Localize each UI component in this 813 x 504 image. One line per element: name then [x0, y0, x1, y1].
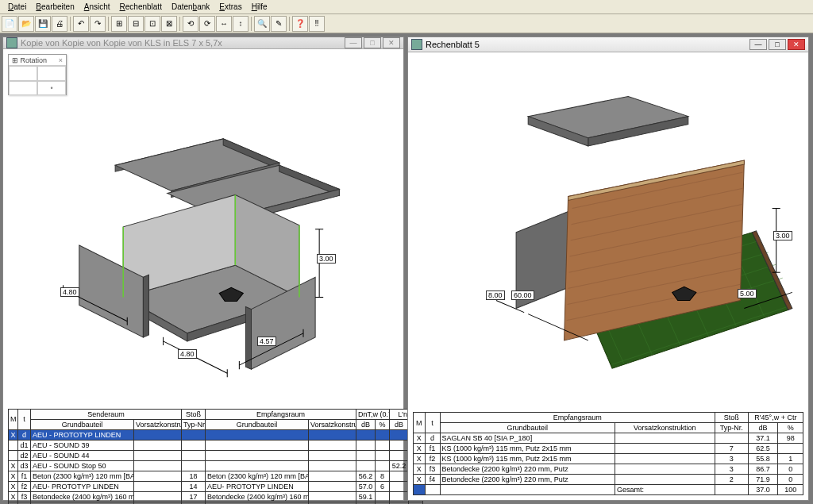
rotator-widget[interactable]: ⊞ Rotation× • [8, 54, 67, 95]
window-right[interactable]: Rechenblatt 5 — □ ✕ [407, 37, 809, 501]
table-row[interactable]: Xf1Beton (2300 kg/m³) 120 mm [BAST]18Bet… [9, 471, 423, 481]
table-row[interactable]: d2AEU - SOUND 44 [9, 450, 423, 460]
menu-datei[interactable]: Datei [3, 1, 31, 13]
redo-icon[interactable]: ↷ [90, 16, 106, 32]
close-button[interactable]: ✕ [383, 37, 400, 48]
table-row[interactable]: Xf1KS (1000 kg/m³) 115 mm, Putz 2x15 mm7… [414, 444, 803, 454]
table-row[interactable]: XdAEU - PROTOTYP LINDEN [9, 429, 423, 440]
window-left[interactable]: Kopie von Kopie von Kopie von KLS in ELS… [2, 37, 404, 501]
print-icon[interactable]: 🖨 [52, 16, 67, 32]
open-icon[interactable]: 📂 [18, 16, 34, 32]
dim-b: 4.80 [178, 349, 197, 359]
titlebar-left[interactable]: Kopie von Kopie von Kopie von KLS in ELS… [3, 37, 403, 49]
flip-h-icon[interactable]: ↔ [216, 16, 232, 32]
rotate-right-icon[interactable]: ⟳ [199, 16, 215, 32]
rotate-left-icon[interactable]: ⟲ [183, 16, 198, 32]
maximize-button[interactable]: □ [364, 37, 381, 48]
menu-datenbank[interactable]: Datenbank [167, 1, 214, 13]
dim-d: 3.00 [773, 231, 792, 240]
view1-icon[interactable]: ⊞ [111, 16, 127, 32]
menu-bearbeiten[interactable]: Bearbeiten [31, 1, 79, 13]
minimize-button[interactable]: — [345, 37, 362, 48]
table-row[interactable]: Xd3AEU - SOUND Stop 5052.219 [9, 460, 423, 471]
table-left: Mt Senderaum Stoß Empfangsraum DnT,w (0.… [3, 406, 403, 504]
window-icon [411, 39, 422, 50]
about-icon[interactable]: ‼ [309, 16, 325, 32]
dim-c: 5.00 [738, 289, 757, 298]
table-right: Mt Empfangsraum Stoß R'45°,w + Ctr Grund… [408, 409, 808, 500]
table-row[interactable]: d1AEU - SOUND 39 [9, 440, 423, 450]
maximize-button[interactable]: □ [769, 39, 786, 50]
titlebar-right[interactable]: Rechenblatt 5 — □ ✕ [408, 37, 808, 52]
window-title-left: Kopie von Kopie von Kopie von KLS in ELS… [21, 38, 345, 48]
table-row[interactable]: Xf2AEU- PROTOTYP LINDEN14AEU- PROTOTYP L… [9, 481, 423, 491]
table-row[interactable]: XdSAGLAN SB 40 [SIA P_180]37.198 [414, 433, 803, 444]
view4-icon[interactable]: ⊠ [161, 16, 177, 32]
dim-d: 3.00 [317, 254, 336, 264]
save-icon[interactable]: 💾 [35, 16, 51, 32]
edit-icon[interactable]: ✎ [271, 16, 287, 32]
help-icon[interactable]: ❓ [292, 16, 308, 32]
table-row[interactable]: Xf3Betondecke (2400 kg/m³) 160 mm [BAS]1… [9, 491, 423, 502]
menu-ansicht[interactable]: Ansicht [79, 1, 115, 13]
table-row[interactable]: Xf2KS (1000 kg/m³) 115 mm, Putz 2x15 mm3… [414, 454, 803, 464]
rotator-close-icon[interactable]: × [59, 56, 63, 64]
new-icon[interactable]: 📄 [2, 16, 17, 32]
rotator-icon: ⊞ [12, 56, 18, 64]
minimize-button[interactable]: — [749, 39, 767, 50]
view2-icon[interactable]: ⊟ [128, 16, 144, 32]
zoom-icon[interactable]: 🔍 [254, 16, 270, 32]
dim-a: 8.00 [486, 290, 505, 300]
menu-hilfe[interactable]: Hilfe [247, 1, 272, 13]
view3-icon[interactable]: ⊡ [144, 16, 160, 32]
viewport-left[interactable]: ⊞ Rotation× • [3, 49, 403, 406]
table-row[interactable]: Xf4Betondecke (2200 kg/m³) 220 mm, Putz2… [414, 475, 803, 485]
flip-v-icon[interactable]: ↕ [233, 16, 249, 32]
table-row[interactable]: Xf3Betondecke (2200 kg/m³) 220 mm, Putz3… [414, 464, 803, 475]
viewport-right[interactable]: 8.00 60.00 5.00 3.00 [408, 52, 808, 409]
undo-icon[interactable]: ↶ [73, 16, 89, 32]
mdi-area: Kopie von Kopie von Kopie von KLS in ELS… [0, 33, 813, 504]
close-button[interactable]: ✕ [788, 39, 805, 50]
window-title-right: Rechenblatt 5 [426, 40, 749, 49]
toolbar: 📄 📂 💾 🖨 ↶ ↷ ⊞ ⊟ ⊡ ⊠ ⟲ ⟳ ↔ ↕ 🔍 ✎ ❓ ‼ [0, 14, 813, 33]
window-icon [6, 37, 17, 48]
svg-marker-14 [143, 275, 148, 337]
dim-b: 60.00 [511, 290, 534, 300]
menu-rechenblatt[interactable]: Rechenblatt [115, 1, 167, 13]
menu-extras[interactable]: Extras [214, 1, 246, 13]
dim-c: 4.57 [257, 337, 276, 346]
dim-a: 4.80 [60, 287, 79, 297]
menubar: Datei Bearbeiten Ansicht Rechenblatt Dat… [0, 0, 813, 14]
